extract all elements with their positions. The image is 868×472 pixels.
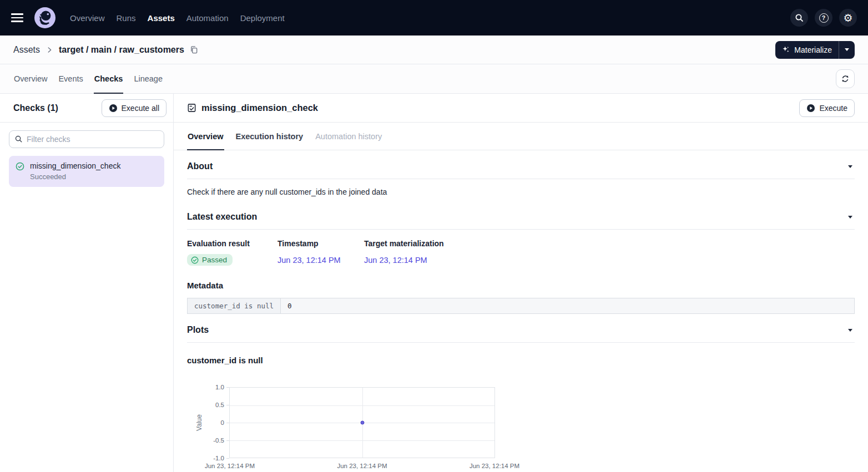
execute-all-button[interactable]: Execute all bbox=[102, 99, 166, 117]
breadcrumb-assets-link[interactable]: Assets bbox=[13, 45, 40, 55]
sparkle-icon bbox=[782, 45, 790, 54]
execute-button[interactable]: Execute bbox=[799, 99, 855, 117]
nav-deployment[interactable]: Deployment bbox=[240, 13, 285, 23]
search-icon bbox=[14, 135, 23, 143]
check-detail-title: missing_dimension_check bbox=[201, 103, 318, 113]
latest-execution-section-header: Latest execution bbox=[187, 201, 855, 230]
column-target-materialization: Target materialization bbox=[364, 239, 855, 248]
metadata-value: 0 bbox=[281, 298, 854, 313]
collapse-caret-icon[interactable] bbox=[848, 165, 852, 168]
latest-execution-heading: Latest execution bbox=[187, 212, 257, 222]
about-section-header: About bbox=[187, 150, 855, 179]
materialize-button[interactable]: Materialize bbox=[775, 41, 839, 59]
about-heading: About bbox=[187, 161, 213, 171]
column-timestamp: Timestamp bbox=[277, 239, 364, 248]
dagster-logo-icon[interactable] bbox=[34, 7, 55, 28]
chevron-right-icon bbox=[46, 46, 53, 54]
nav-automation[interactable]: Automation bbox=[186, 13, 229, 23]
nav-runs[interactable]: Runs bbox=[117, 13, 136, 23]
detail-tab-automation-history[interactable]: Automation history bbox=[315, 123, 382, 150]
detail-tab-execution-history[interactable]: Execution history bbox=[235, 123, 304, 150]
plot-area: Jun 23, 12:14 PM Jun 23, 12:14 PM Jun 23… bbox=[229, 387, 495, 458]
detail-tabs-bar: Overview Execution history Automation hi… bbox=[174, 123, 868, 150]
nav-assets[interactable]: Assets bbox=[148, 13, 175, 23]
settings-button[interactable]: ⚙ bbox=[839, 9, 857, 27]
collapse-caret-icon[interactable] bbox=[848, 329, 852, 332]
play-circle-icon bbox=[109, 104, 118, 113]
gear-icon: ⚙ bbox=[843, 13, 852, 23]
hamburger-menu-icon[interactable] bbox=[11, 10, 27, 26]
asset-tabs-bar: Overview Events Checks Lineage bbox=[0, 64, 868, 94]
metadata-table: customer_id is null 0 bbox=[187, 298, 855, 314]
primary-nav: Overview Runs Assets Automation Deployme… bbox=[70, 13, 285, 23]
check-item-name: missing_dimension_check bbox=[30, 161, 120, 171]
y-tick: 0.5 bbox=[215, 402, 224, 408]
chevron-down-icon bbox=[845, 48, 849, 51]
check-list-item[interactable]: missing_dimension_check Succeeded bbox=[9, 156, 164, 187]
metadata-heading: Metadata bbox=[187, 281, 855, 290]
x-tick: Jun 23, 12:14 PM bbox=[470, 463, 519, 469]
tab-checks[interactable]: Checks bbox=[94, 64, 124, 93]
help-button[interactable]: ? bbox=[815, 9, 832, 27]
copy-icon[interactable] bbox=[190, 45, 198, 54]
check-item-status: Succeeded bbox=[30, 172, 120, 182]
play-circle-icon bbox=[806, 104, 815, 113]
tab-lineage[interactable]: Lineage bbox=[133, 64, 163, 93]
tab-overview[interactable]: Overview bbox=[13, 64, 48, 93]
check-detail-panel: missing_dimension_check Execute Overview… bbox=[174, 94, 868, 472]
tab-events[interactable]: Events bbox=[58, 64, 83, 93]
y-tick: -1.0 bbox=[213, 455, 224, 461]
value-scatter-chart: Value 1.0 0.5 0 -0.5 -1.0 bbox=[194, 387, 855, 458]
target-materialization-link[interactable]: Jun 23, 12:14 PM bbox=[364, 256, 855, 265]
y-tick: 1.0 bbox=[215, 384, 224, 390]
column-evaluation-result: Evaluation result bbox=[187, 239, 277, 248]
refresh-button[interactable] bbox=[836, 69, 855, 88]
asset-check-icon bbox=[187, 103, 196, 113]
checks-sidebar: Checks (1) Execute all bbox=[0, 94, 174, 472]
materialize-split-button: Materialize bbox=[775, 41, 855, 59]
check-circle-icon bbox=[191, 256, 199, 264]
plots-heading: Plots bbox=[187, 325, 209, 335]
y-tick: -0.5 bbox=[213, 437, 224, 444]
about-description: Check if there are any null customer_ids… bbox=[187, 187, 855, 196]
check-circle-icon bbox=[16, 162, 24, 182]
data-point[interactable] bbox=[360, 421, 364, 425]
nav-overview[interactable]: Overview bbox=[70, 13, 105, 23]
breadcrumb-bar: Assets target / main / raw_customers Mat… bbox=[0, 35, 868, 64]
navbar-icon-buttons: ? ⚙ bbox=[790, 9, 857, 27]
timestamp-link[interactable]: Jun 23, 12:14 PM bbox=[277, 256, 364, 265]
x-tick: Jun 23, 12:14 PM bbox=[337, 463, 387, 469]
latest-execution-table: Evaluation result Timestamp Target mater… bbox=[187, 239, 855, 266]
collapse-caret-icon[interactable] bbox=[848, 216, 852, 219]
y-axis-label: Value bbox=[195, 414, 203, 431]
help-icon: ? bbox=[819, 13, 829, 23]
detail-tab-overview[interactable]: Overview bbox=[187, 123, 224, 150]
plots-section-header: Plots bbox=[187, 314, 855, 343]
checks-panel-title: Checks (1) bbox=[13, 103, 58, 113]
metadata-key: customer_id is null bbox=[188, 298, 281, 313]
y-axis-ticks: 1.0 0.5 0 -0.5 -1.0 bbox=[205, 387, 229, 458]
y-tick: 0 bbox=[221, 419, 224, 426]
materialize-label: Materialize bbox=[794, 45, 832, 54]
refresh-icon bbox=[841, 74, 850, 83]
plot-title: customer_id is null bbox=[187, 356, 855, 365]
top-navbar: Overview Runs Assets Automation Deployme… bbox=[0, 0, 868, 35]
breadcrumb-asset-path: target / main / raw_customers bbox=[59, 45, 184, 55]
search-icon bbox=[795, 13, 804, 22]
materialize-dropdown-button[interactable] bbox=[839, 41, 855, 59]
search-button[interactable] bbox=[790, 9, 808, 27]
passed-status-badge: Passed bbox=[187, 254, 233, 266]
x-tick: Jun 23, 12:14 PM bbox=[205, 463, 255, 469]
filter-checks-input[interactable] bbox=[9, 130, 164, 148]
